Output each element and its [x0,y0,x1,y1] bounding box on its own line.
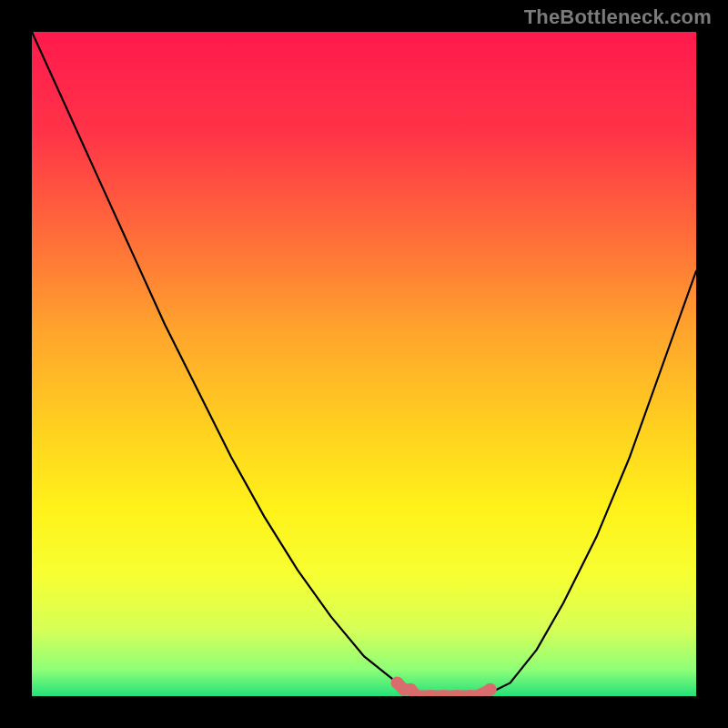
bottleneck-curve [32,32,696,696]
chart-frame: TheBottleneck.com [0,0,728,728]
watermark-text: TheBottleneck.com [524,5,712,29]
highlight-dot [484,683,497,696]
flat-region-highlight [391,676,497,696]
chart-plot [32,32,696,696]
